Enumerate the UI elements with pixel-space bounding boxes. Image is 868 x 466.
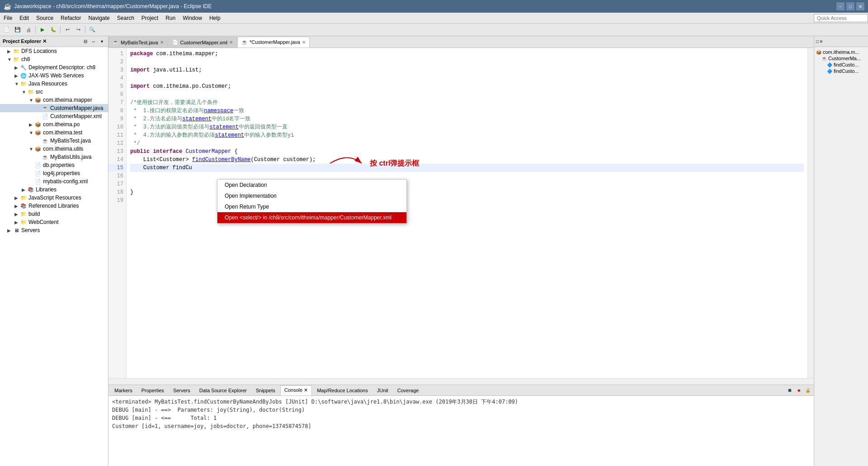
editor-scrollbar[interactable]	[807, 48, 814, 378]
tab-data-source[interactable]: Data Source Explorer	[195, 385, 251, 395]
tree-label: WebContent	[28, 219, 59, 225]
minimize-button[interactable]: −	[836, 2, 844, 10]
tree-item-jax[interactable]: ▶ 🌐 JAX-WS Web Services	[0, 71, 108, 80]
tree-item-db-properties[interactable]: 📄 db.properties	[0, 161, 108, 169]
tab-customermapper-xml[interactable]: 📄 CustomerMapper.xml ✕	[168, 37, 237, 48]
tab-snippets[interactable]: Snippets	[252, 385, 279, 395]
console-terminate-btn[interactable]: ■	[795, 386, 803, 395]
toggle-po-pkg: ▶	[29, 122, 34, 127]
tab-coverage[interactable]: Coverage	[393, 385, 423, 395]
panel-menu-icon[interactable]: ▾	[98, 38, 105, 45]
tree-item-dfs[interactable]: ▶ 📁 DFS Locations	[0, 47, 108, 55]
maximize-button[interactable]: □	[846, 2, 854, 10]
ctx-open-implementation[interactable]: Open Implementation	[217, 190, 406, 201]
props-icon: 📄	[34, 162, 42, 169]
outline-item-method2[interactable]: 🔷 findCusto...	[816, 68, 866, 74]
ctx-open-select[interactable]: Open <select/> in /ch8/src/com/itheima/m…	[217, 212, 406, 223]
collapse-all-icon[interactable]: ⊟	[82, 38, 89, 45]
tab-servers[interactable]: Servers	[169, 385, 194, 395]
tree-item-mapper-pkg[interactable]: ▼ 📦 com.itheima.mapper	[0, 96, 108, 104]
project-explorer-header: Project Explorer ✕ ⊟ ↔ ▾	[0, 36, 108, 47]
redo-button[interactable]: ↪	[73, 25, 83, 35]
new-button[interactable]: 📄	[2, 25, 12, 35]
tab-close-cm-java[interactable]: ✕	[302, 40, 306, 45]
console-line-3: DEBUG [main] - <== Total: 1	[112, 414, 810, 422]
save-button[interactable]: 💾	[13, 25, 23, 35]
tree-label: Libraries	[36, 186, 57, 193]
toggle-deployment: ▶	[14, 65, 20, 70]
outline-tab[interactable]: □ ≡	[816, 39, 823, 44]
tree-item-utils-pkg[interactable]: ▼ 📦 com.itheima.utils	[0, 145, 108, 153]
menu-source[interactable]: Source	[33, 14, 57, 23]
folder-icon: 📁	[20, 219, 27, 226]
tab-console[interactable]: Console ✕	[280, 385, 312, 395]
outline-item-class[interactable]: ☕ CustomerMa...	[816, 55, 866, 62]
link-editor-icon[interactable]: ↔	[90, 38, 97, 45]
editor-tabs: ☕ MyBatisTest.java ✕ 📄 CustomerMapper.xm…	[108, 36, 814, 48]
app-icon: ☕	[4, 3, 11, 10]
tab-customermapper-java[interactable]: ☕ *CustomerMapper.java ✕	[237, 37, 310, 48]
tree-item-libraries[interactable]: ▶ 📚 Libraries	[0, 185, 108, 194]
menu-file[interactable]: File	[0, 14, 16, 23]
tree-item-mybatistest[interactable]: ☕ MyBatisTest.java	[0, 137, 108, 145]
menu-help[interactable]: Help	[206, 14, 224, 23]
tree-item-java-resources[interactable]: ▼ 📁 Java Resources	[0, 80, 108, 88]
tab-mybatistest[interactable]: ☕ MyBatisTest.java ✕	[108, 37, 168, 48]
menu-refactor[interactable]: Refactor	[57, 14, 85, 23]
tree-item-servers[interactable]: ▶ 🖥 Servers	[0, 226, 108, 234]
menu-navigate[interactable]: Navigate	[85, 14, 113, 23]
menu-project[interactable]: Project	[138, 14, 162, 23]
tree-item-src[interactable]: ▼ 📁 src	[0, 88, 108, 96]
tab-close-cm-xml[interactable]: ✕	[229, 40, 233, 45]
tree-label: src	[36, 89, 43, 95]
tree-item-build[interactable]: ▶ 📁 build	[0, 210, 108, 218]
tab-markers[interactable]: Markers	[110, 385, 137, 395]
search-toolbar-button[interactable]: 🔍	[87, 25, 97, 35]
tree-item-po-pkg[interactable]: ▶ 📦 com.itheima.po	[0, 120, 108, 128]
toggle-src: ▼	[22, 90, 27, 95]
menu-run[interactable]: Run	[162, 14, 179, 23]
ctx-open-declaration[interactable]: Open Declaration	[217, 180, 406, 190]
console-clear-btn[interactable]: ⏹	[786, 386, 794, 395]
title-text: Javaworkspace - ch8/src/com/itheima/mapp…	[14, 3, 212, 10]
undo-button[interactable]: ↩	[62, 25, 72, 35]
tree-item-ch8[interactable]: ▼ 📁 ch8	[0, 55, 108, 63]
tab-junit[interactable]: JUnit	[373, 385, 392, 395]
props-icon: 📄	[34, 170, 42, 177]
close-button[interactable]: ✕	[856, 2, 864, 10]
print-button[interactable]: 🖨	[24, 25, 33, 35]
tree-item-customermapper-xml[interactable]: 📄 CustomerMapper.xml	[0, 112, 108, 120]
tree-item-mybatis-config[interactable]: 📄 mybatis-config.xml	[0, 177, 108, 185]
run-button[interactable]: ▶	[38, 25, 47, 35]
console-scroll-lock-btn[interactable]: 🔒	[804, 386, 812, 395]
tree-item-deployment[interactable]: ▶ 🔧 Deployment Descriptor: ch8	[0, 63, 108, 71]
tree-item-log4j[interactable]: 📄 log4j.properties	[0, 169, 108, 177]
horizontal-scrollbar[interactable]	[108, 378, 814, 385]
debug-button[interactable]: 🐛	[48, 25, 58, 35]
tab-map-reduce[interactable]: Map/Reduce Locations	[313, 385, 372, 395]
outline-item-method1[interactable]: 🔷 findCusto...	[816, 62, 866, 68]
menu-edit[interactable]: Edit	[16, 14, 33, 23]
tab-close-mybatistest[interactable]: ✕	[160, 40, 164, 45]
code-line-5: import com.itheima.po.Customer;	[130, 82, 804, 90]
menu-search[interactable]: Search	[113, 14, 138, 23]
tree-item-referenced-libraries[interactable]: ▶ 📚 Referenced Libraries	[0, 202, 108, 210]
xml-icon: 📄	[42, 113, 49, 120]
tab-properties[interactable]: Properties	[137, 385, 168, 395]
tree-item-customermapper-java[interactable]: ☕ CustomerMapper.java	[0, 104, 108, 112]
toggle-webcontent: ▶	[14, 220, 20, 225]
ctx-open-return-type[interactable]: Open Return Type	[217, 201, 406, 212]
tree-item-test-pkg[interactable]: ▼ 📦 com.itheima.test	[0, 128, 108, 137]
tree-item-mybatisutils[interactable]: ☕ MyBatisUtils.java	[0, 153, 108, 161]
toolbar: 📄 💾 🖨 ▶ 🐛 ↩ ↪ 🔍	[0, 24, 868, 36]
quick-access-input[interactable]	[814, 14, 868, 22]
code-line-2	[130, 58, 804, 66]
left-panel: Project Explorer ✕ ⊟ ↔ ▾ ▶ 📁 DFS Locatio…	[0, 36, 108, 466]
console-content[interactable]: <terminated> MyBatisTest.findCustomerByN…	[108, 396, 814, 466]
outline-item-package[interactable]: 📦 com.itheima.m...	[816, 49, 866, 55]
menu-window[interactable]: Window	[179, 14, 206, 23]
tree-item-webcontent[interactable]: ▶ 📁 WebContent	[0, 218, 108, 226]
toggle-ch8: ▼	[7, 57, 13, 62]
code-editor[interactable]: 1 2 3 4 5 6 7 8 9 10 11 12 13 14 15 16 1	[108, 48, 814, 378]
tree-item-js-resources[interactable]: ▶ 📁 JavaScript Resources	[0, 194, 108, 202]
